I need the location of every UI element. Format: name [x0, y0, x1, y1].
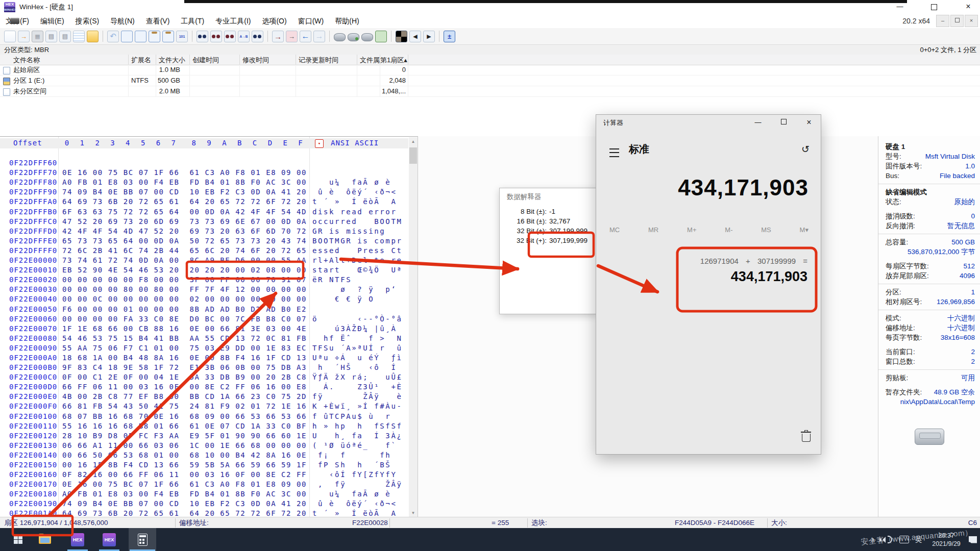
hex-row[interactable]: 0F22E00100 55 16 16 16 68 B8 01 66 61 0E… [0, 402, 408, 411]
hex-row[interactable]: 0F22DFFF60 0E 16 00 75 BC 07 1F 66 61 C3… [0, 148, 408, 158]
calc-memory-button[interactable]: M- [725, 226, 732, 234]
menu-search[interactable]: 搜索(S) [70, 14, 105, 28]
properties-icon[interactable] [73, 31, 85, 42]
hex-row[interactable]: 0F22E00160 0E 16 00 75 BC 07 1F 66 61 C3… [0, 460, 408, 470]
interpreter-value[interactable]: 307,199,999 [549, 226, 587, 236]
calc-memory-button[interactable]: M▾ [800, 226, 808, 234]
hex-row[interactable]: 0F22E000F0 68 07 BB 16 68 70 0E 16 68 09… [0, 392, 408, 402]
tray-chevron-icon[interactable]: ∧ [871, 536, 875, 543]
toolbar-icon[interactable] [267, 31, 268, 42]
column-header-ext[interactable]: 扩展名 [129, 55, 156, 65]
paste-write-icon[interactable] [162, 31, 174, 42]
interpreter-value[interactable]: 32,767 [549, 216, 570, 226]
close-button[interactable]: × [957, 0, 980, 13]
calc-history-result[interactable]: 434,171,903 [596, 269, 807, 285]
goto-offset-icon[interactable] [272, 31, 284, 42]
hex-row[interactable]: 0F22DFFFF0 73 74 61 72 74 0D 0A 00 8C A9… [0, 236, 408, 246]
nav-forward-icon[interactable] [313, 31, 325, 42]
status-block-value[interactable]: F244D05A9 - F244D066E [675, 517, 754, 528]
hex-row[interactable]: 0F22E00070 54 46 53 75 15 B4 41 BB AA 55… [0, 314, 408, 324]
hex-row[interactable]: 0F22DFFFB0 47 52 20 69 73 20 6D 69 73 73… [0, 197, 408, 207]
paste-icon[interactable] [149, 31, 160, 42]
language-indicator[interactable]: 英 [915, 535, 922, 544]
hex-row[interactable]: 0F22DFFFE0 72 6C 2B 41 6C 74 2B 44 65 6C… [0, 227, 408, 236]
calc-memory-button[interactable]: MC [609, 226, 620, 234]
restore-disk-icon[interactable] [361, 33, 373, 41]
volume-icon[interactable] [883, 537, 886, 543]
taskbar-calculator-button[interactable] [129, 528, 156, 551]
toolbar-icon[interactable] [103, 31, 103, 42]
hex-row[interactable]: 0F22E00110 28 10 B9 D8 0F FC F3 AA E9 5F… [0, 412, 408, 421]
hex-row[interactable]: 0F22E000B0 0F 00 C1 2E 0F 00 04 1E 5A 33… [0, 353, 408, 363]
menu-edit[interactable]: 编辑(E) [35, 14, 70, 28]
menu-tools[interactable]: 工具(T) [175, 14, 210, 28]
ram-icon[interactable] [375, 31, 387, 42]
column-header-sector[interactable]: 第1扇区▴ [380, 55, 408, 65]
interpreter-icon[interactable] [444, 31, 455, 42]
print-icon[interactable] [45, 31, 57, 42]
open-disk-icon[interactable] [334, 33, 346, 41]
action-center-icon[interactable] [969, 536, 977, 543]
open-file-icon[interactable] [18, 31, 30, 42]
window-grid-icon[interactable] [396, 31, 407, 42]
find-hex-icon[interactable] [224, 31, 236, 42]
scroll-down-icon[interactable]: ▼ [409, 509, 418, 517]
calc-mode-label[interactable]: 标准 [629, 142, 649, 156]
clear-history-icon[interactable] [802, 434, 811, 442]
child-window-icon[interactable] [10, 18, 19, 24]
hex-row[interactable]: 0F22E00010 00 00 00 00 00 F8 00 00 3F 00… [0, 256, 408, 265]
tray-app-icon[interactable] [899, 536, 909, 543]
toolbar-icon[interactable] [439, 31, 439, 42]
taskbar-explorer-button[interactable] [33, 528, 57, 551]
hex-row[interactable]: 0F22DFFF90 64 69 73 6B 20 72 65 61 64 20… [0, 178, 408, 187]
column-header-record[interactable]: 记录更新时间 [296, 55, 357, 65]
calc-memory-button[interactable]: MS [761, 226, 771, 234]
table-row[interactable]: 起始扇区 1.0 MB 0 [0, 65, 980, 76]
scroll-up-icon[interactable]: ▲ [409, 137, 418, 146]
copy-block-icon[interactable] [121, 31, 133, 42]
menu-options[interactable]: 选项(O) [256, 14, 292, 28]
child-close-button[interactable]: × [965, 15, 978, 27]
volume-icon[interactable] [888, 536, 892, 543]
hex-row[interactable]: 0F22E00090 18 68 1A 00 B4 48 8A 16 0E 00… [0, 334, 408, 343]
child-minimize-button[interactable]: – [936, 15, 949, 27]
calc-maximize-button[interactable] [772, 115, 795, 130]
column-header-size[interactable]: 文件大小 [156, 55, 190, 65]
column-header-filename[interactable]: 文件名称 [0, 55, 129, 65]
taskbar-winhex-button-2[interactable]: HEX [97, 528, 121, 551]
start-button[interactable] [6, 528, 30, 551]
interpreter-value[interactable]: -1 [549, 207, 555, 216]
taskbar-winhex-button-1[interactable]: HEX [65, 528, 90, 551]
calc-close-button[interactable]: × [797, 115, 821, 130]
hex-row[interactable]: 0F22E00170 A0 FB 01 E8 03 00 F4 EB FD B4… [0, 470, 408, 480]
import-icon[interactable] [87, 31, 99, 42]
calc-memory-button[interactable]: MR [648, 226, 658, 234]
interpreter-value[interactable]: 307,199,999 [549, 236, 587, 245]
toolbar-icon[interactable] [192, 31, 192, 42]
undo-icon[interactable] [107, 31, 119, 42]
data-interpreter-title[interactable]: 数据解释器 [507, 192, 542, 202]
calc-history-expression[interactable]: 126971904 + 307199999 = [596, 257, 807, 265]
menu-help[interactable]: 帮助(H) [329, 14, 364, 28]
hex-row[interactable]: 0F22E00020 00 00 00 00 80 00 80 00 FF 7F… [0, 265, 408, 275]
scrollbar-thumb[interactable] [409, 147, 417, 164]
calc-menu-icon[interactable] [609, 148, 619, 157]
toolbar-icon[interactable] [391, 31, 391, 42]
goto-end-icon[interactable] [286, 31, 298, 42]
save-icon[interactable] [32, 31, 43, 42]
menu-window[interactable]: 窗口(W) [292, 14, 330, 28]
text-to-hex-icon[interactable] [238, 31, 250, 42]
hex-row[interactable]: 0F22DFFF80 74 09 B4 0E BB 07 00 CD 10 EB… [0, 168, 408, 178]
find-text-icon[interactable] [197, 31, 208, 42]
hex-row[interactable]: 0F22E000D0 4B 00 2B C8 77 EF B8 00 BB CD… [0, 372, 408, 382]
nav-back-icon[interactable] [300, 31, 311, 42]
hex-row[interactable]: 0F22E00050 00 00 00 00 FA 33 C0 8E D0 BC… [0, 294, 408, 304]
hex-row[interactable]: 0F22E00060 1F 1E 68 66 00 CB 88 16 0E 00… [0, 305, 408, 314]
status-sector[interactable]: 扇区 126,971,904 / 1,048,576,000 [4, 517, 108, 528]
toolbar-icon[interactable] [329, 31, 330, 42]
hex-row[interactable]: 0F22E000C0 66 FF 06 11 00 03 16 0F 00 8E… [0, 363, 408, 372]
calc-minimize-button[interactable]: — [746, 115, 770, 130]
menu-specialist[interactable]: 专业工具(I) [210, 14, 256, 28]
hex-row[interactable]: 0F22E00080 55 AA 75 06 F7 C1 01 00 75 03… [0, 324, 408, 334]
menu-navigation[interactable]: 导航(N) [105, 14, 140, 28]
